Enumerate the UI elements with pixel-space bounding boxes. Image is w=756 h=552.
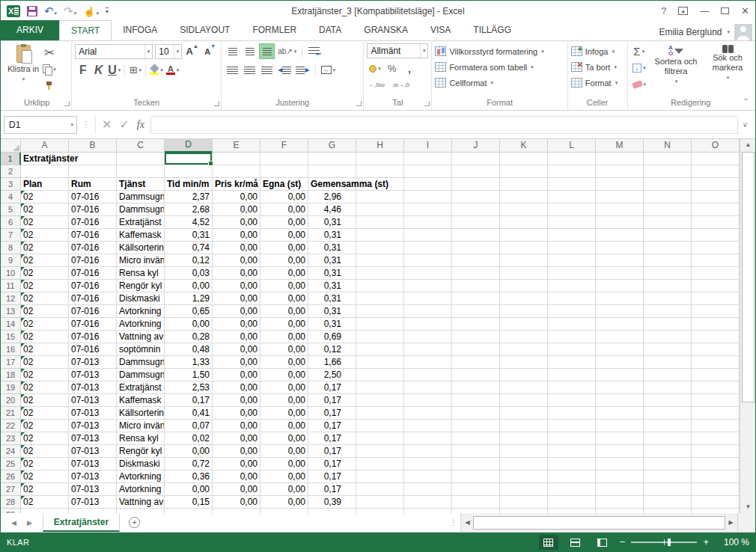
cell-L15[interactable]: [548, 331, 596, 343]
undo-button[interactable]: ↶▾: [44, 4, 57, 18]
cell-K7[interactable]: [500, 229, 548, 242]
cell-O29[interactable]: [692, 509, 740, 513]
cell-B24[interactable]: 07-013: [69, 445, 117, 458]
cell-E29[interactable]: [213, 509, 260, 513]
cell-L19[interactable]: [548, 381, 596, 394]
ribbon-tab-tillägg[interactable]: TILLÄGG: [462, 20, 522, 40]
cell-C12[interactable]: Diskmaski: [117, 292, 165, 305]
align-left-button[interactable]: [225, 62, 240, 78]
save-icon[interactable]: [27, 6, 37, 16]
cell-G17[interactable]: 1,66: [308, 356, 356, 369]
cell-A6[interactable]: 02: [21, 216, 69, 229]
alignment-dialog-launcher[interactable]: [356, 101, 362, 106]
prev-sheet-icon[interactable]: ◀: [11, 519, 16, 527]
row-header-13[interactable]: 13: [1, 305, 21, 318]
cell-A28[interactable]: 02: [21, 496, 69, 509]
cell-G22[interactable]: 0,17: [308, 420, 356, 432]
cell-M14[interactable]: [596, 318, 644, 331]
cell-M8[interactable]: [596, 242, 644, 254]
cell-B5[interactable]: 07-016: [69, 203, 117, 216]
cell-O12[interactable]: [692, 292, 740, 305]
cell-K2[interactable]: [500, 165, 548, 178]
cell-A17[interactable]: 02: [21, 356, 69, 369]
cell-A27[interactable]: 02: [21, 483, 69, 496]
cell-I13[interactable]: [404, 305, 452, 318]
cell-M28[interactable]: [596, 496, 644, 509]
cell-I19[interactable]: [404, 381, 452, 394]
minimize-button[interactable]: —: [700, 6, 709, 16]
fill-button[interactable]: ↓▾: [631, 60, 648, 76]
row-header-5[interactable]: 5: [1, 203, 21, 216]
cell-K14[interactable]: [500, 318, 548, 331]
cell-M22[interactable]: [596, 420, 644, 432]
cell-G9[interactable]: 0,31: [308, 254, 356, 267]
expand-formula-bar-icon[interactable]: ∨: [738, 120, 752, 129]
cell-C29[interactable]: [117, 509, 165, 513]
cell-F1[interactable]: [260, 153, 308, 165]
row-header-14[interactable]: 14: [1, 318, 21, 331]
cell-O18[interactable]: [692, 369, 740, 381]
redo-button[interactable]: ↷▾: [64, 4, 76, 18]
cell-D9[interactable]: 0,12: [165, 254, 213, 267]
decrease-indent-button[interactable]: ◀: [276, 62, 293, 78]
cell-E2[interactable]: [213, 165, 260, 178]
cell-C3[interactable]: Tjänst: [117, 178, 165, 191]
autosum-button[interactable]: Σ▾: [631, 43, 648, 59]
cell-N18[interactable]: [644, 369, 692, 381]
enter-icon[interactable]: ✓: [119, 117, 129, 132]
cell-A5[interactable]: 02: [21, 203, 69, 216]
cell-A1[interactable]: Extratjänster: [21, 153, 69, 165]
cell-O25[interactable]: [692, 458, 740, 470]
cell-I5[interactable]: [404, 203, 452, 216]
cell-L11[interactable]: [548, 280, 596, 292]
font-size-combo[interactable]: 10▾: [155, 44, 182, 59]
accounting-format-button[interactable]: ▾: [367, 61, 382, 76]
cell-E14[interactable]: 0,00: [213, 318, 260, 331]
cell-K3[interactable]: [500, 178, 548, 191]
cell-A26[interactable]: 02: [21, 470, 69, 483]
cell-J6[interactable]: [452, 216, 500, 229]
cell-B12[interactable]: 07-016: [69, 292, 117, 305]
cell-J7[interactable]: [452, 229, 500, 242]
cell-L4[interactable]: [548, 191, 596, 203]
touch-mode-button[interactable]: ☝▾: [83, 4, 99, 18]
page-layout-view-button[interactable]: [566, 535, 585, 550]
cell-L25[interactable]: [548, 458, 596, 470]
name-box[interactable]: D1▾: [4, 116, 77, 134]
cell-D23[interactable]: 0,02: [165, 432, 213, 445]
cell-H21[interactable]: [356, 407, 404, 420]
column-header-f[interactable]: F: [260, 139, 308, 153]
shrink-font-button[interactable]: A▼: [202, 43, 218, 59]
collapse-ribbon-button[interactable]: ⌃: [743, 97, 749, 105]
bottom-align-button[interactable]: [259, 43, 275, 59]
cell-A14[interactable]: 02: [21, 318, 69, 331]
cell-I29[interactable]: [404, 509, 452, 513]
cell-I22[interactable]: [404, 420, 452, 432]
column-header-c[interactable]: C: [117, 139, 165, 153]
cell-I21[interactable]: [404, 407, 452, 420]
cell-C19[interactable]: Extratjänst: [117, 381, 165, 394]
cell-G27[interactable]: 0,17: [308, 483, 356, 496]
cell-L14[interactable]: [548, 318, 596, 331]
cell-G2[interactable]: [308, 165, 356, 178]
cell-O23[interactable]: [692, 432, 740, 445]
row-header-25[interactable]: 25: [1, 458, 21, 470]
row-header-27[interactable]: 27: [1, 483, 21, 496]
cell-B10[interactable]: 07-016: [69, 267, 117, 280]
avatar[interactable]: [734, 24, 752, 40]
cell-L6[interactable]: [548, 216, 596, 229]
cell-I28[interactable]: [404, 496, 452, 509]
cell-F29[interactable]: [260, 509, 308, 513]
format-painter-button[interactable]: [41, 78, 58, 93]
cell-D10[interactable]: 0,03: [165, 267, 213, 280]
cell-F25[interactable]: 0,00: [260, 458, 308, 470]
cell-B21[interactable]: 07-013: [69, 407, 117, 420]
cell-N20[interactable]: [644, 394, 692, 407]
cell-F14[interactable]: 0,00: [260, 318, 308, 331]
cell-D24[interactable]: 0,00: [165, 445, 213, 458]
cell-M16[interactable]: [596, 343, 644, 356]
cell-H8[interactable]: [356, 242, 404, 254]
cell-C28[interactable]: Vattning av: [117, 496, 165, 509]
cell-K27[interactable]: [500, 483, 548, 496]
cell-J13[interactable]: [452, 305, 500, 318]
